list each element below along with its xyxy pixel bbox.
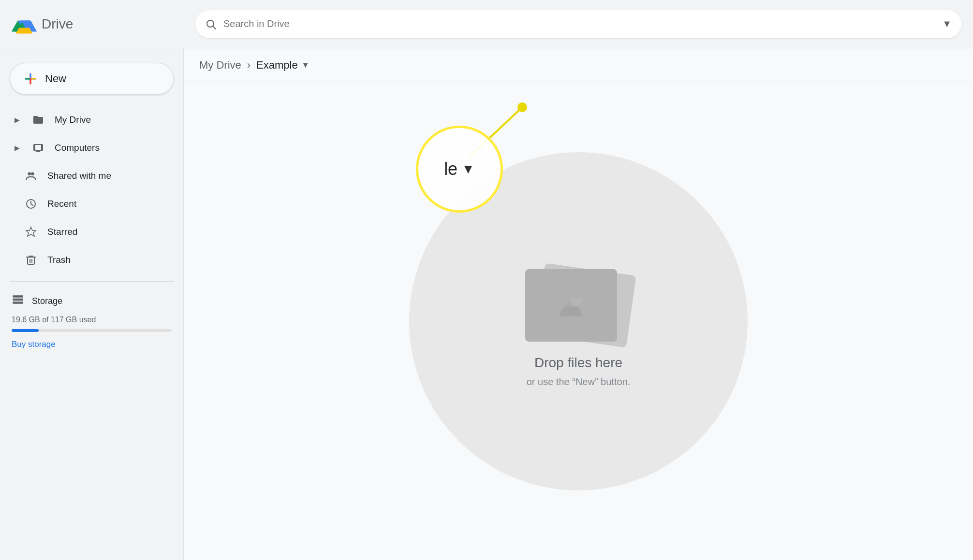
sidebar-divider bbox=[10, 281, 174, 282]
breadcrumb-dropdown-icon[interactable]: ▼ bbox=[302, 61, 310, 70]
plus-icon bbox=[24, 72, 37, 86]
sidebar-item-recent[interactable]: Recent bbox=[5, 190, 174, 217]
storage-section: Storage 19.6 GB of 117 GB used Buy stora… bbox=[0, 293, 183, 349]
app-title: Drive bbox=[42, 16, 73, 32]
breadcrumb-parent[interactable]: My Drive bbox=[199, 59, 241, 72]
sidebar-item-shared[interactable]: Shared with me bbox=[5, 162, 174, 189]
sidebar-item-computers-label: Computers bbox=[55, 143, 100, 153]
folder-icon bbox=[31, 113, 45, 127]
svg-line-29 bbox=[469, 107, 522, 157]
star-icon bbox=[24, 225, 38, 239]
svg-rect-14 bbox=[36, 151, 40, 152]
svg-point-30 bbox=[517, 102, 527, 112]
new-button[interactable]: New bbox=[10, 63, 174, 95]
computer-icon bbox=[31, 141, 45, 155]
storage-usage-text: 19.6 GB of 117 GB used bbox=[12, 316, 172, 324]
drop-text: Drop files here bbox=[534, 355, 622, 371]
svg-rect-23 bbox=[13, 299, 23, 301]
breadcrumb-separator-icon: › bbox=[247, 59, 251, 72]
folder-front-icon bbox=[525, 269, 617, 342]
logo-area: Drive bbox=[12, 12, 186, 37]
main-content: My Drive › Example ▼ bbox=[184, 48, 973, 560]
storage-bar-bg bbox=[12, 329, 172, 332]
sidebar-item-starred-label: Starred bbox=[47, 227, 77, 237]
svg-rect-19 bbox=[28, 257, 34, 264]
storage-label: Storage bbox=[32, 296, 62, 306]
sidebar-nav: ▶ My Drive ▶ Computers bbox=[0, 106, 183, 273]
search-dropdown-icon[interactable]: ▼ bbox=[942, 18, 952, 29]
sidebar-item-trash-label: Trash bbox=[47, 255, 71, 265]
sidebar-item-computers[interactable]: ▶ Computers bbox=[5, 134, 174, 161]
svg-marker-18 bbox=[26, 227, 36, 236]
svg-rect-22 bbox=[13, 295, 23, 297]
sidebar-item-starred[interactable]: Starred bbox=[5, 218, 174, 245]
svg-point-15 bbox=[28, 172, 31, 175]
new-button-label: New bbox=[45, 72, 66, 85]
svg-rect-24 bbox=[13, 302, 23, 303]
search-icon bbox=[205, 18, 217, 30]
expand-arrow-computers-icon: ▶ bbox=[15, 144, 20, 152]
trash-icon bbox=[24, 253, 38, 267]
empty-state-icon bbox=[525, 255, 632, 342]
buy-storage-link[interactable]: Buy storage bbox=[12, 340, 56, 349]
clock-icon bbox=[24, 197, 38, 211]
breadcrumb-current-label: Example bbox=[256, 59, 298, 72]
svg-point-16 bbox=[31, 172, 34, 175]
drive-watermark-icon bbox=[557, 291, 586, 320]
breadcrumb-bar: My Drive › Example ▼ bbox=[184, 48, 973, 82]
annotation-dropdown-icon: ▼ bbox=[461, 161, 475, 177]
sidebar-item-trash[interactable]: Trash bbox=[5, 246, 174, 273]
sidebar: New ▶ My Drive ▶ bbox=[0, 48, 184, 560]
drop-subtext: or use the “New” button. bbox=[527, 376, 631, 388]
expand-arrow-icon: ▶ bbox=[15, 116, 20, 124]
drop-circle: Drop files here or use the “New” button. bbox=[409, 152, 748, 490]
breadcrumb-current[interactable]: Example ▼ bbox=[256, 59, 309, 72]
sidebar-item-my-drive[interactable]: ▶ My Drive bbox=[5, 106, 174, 133]
svg-marker-28 bbox=[559, 307, 583, 316]
main-layout: New ▶ My Drive ▶ bbox=[0, 48, 973, 560]
annotation-text: le ▼ bbox=[444, 159, 475, 179]
sidebar-item-recent-label: Recent bbox=[47, 199, 76, 209]
people-icon bbox=[24, 169, 38, 183]
header: Drive ▼ bbox=[0, 0, 973, 48]
storage-icon bbox=[12, 293, 24, 309]
search-bar[interactable]: ▼ bbox=[195, 10, 961, 38]
drive-logo-icon bbox=[12, 12, 37, 37]
storage-bar-fill bbox=[12, 329, 39, 332]
sidebar-item-shared-label: Shared with me bbox=[47, 171, 111, 181]
svg-rect-13 bbox=[35, 145, 41, 150]
svg-line-5 bbox=[213, 26, 216, 29]
drop-zone: Drop files here or use the “New” button.… bbox=[184, 82, 973, 560]
sidebar-item-my-drive-label: My Drive bbox=[55, 115, 91, 125]
storage-header: Storage bbox=[12, 293, 172, 309]
search-input[interactable] bbox=[223, 18, 935, 29]
